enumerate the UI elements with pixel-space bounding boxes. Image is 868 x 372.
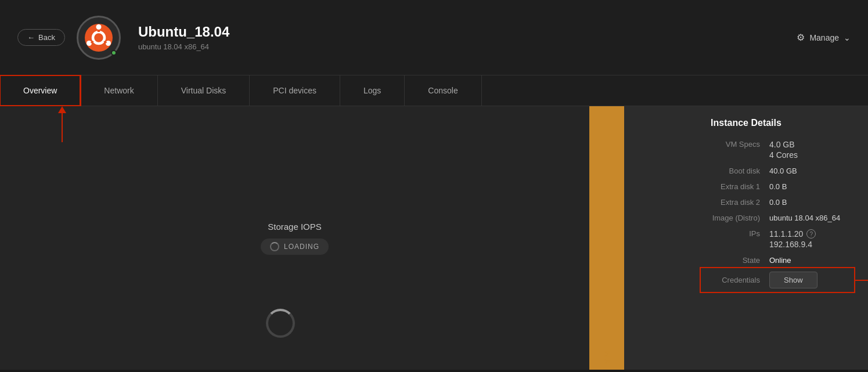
instance-details-title: Instance Details bbox=[642, 118, 851, 128]
state-value: Online bbox=[769, 256, 851, 265]
ip-info-icon[interactable]: ? bbox=[806, 229, 816, 239]
back-label: Back bbox=[38, 33, 55, 42]
vm-bar: VM bbox=[589, 106, 624, 370]
ips-value: 11.1.1.20 ? 192.168.9.4 bbox=[769, 229, 851, 249]
svg-point-3 bbox=[87, 41, 92, 46]
extra-disk2-label: Extra disk 2 bbox=[696, 198, 760, 207]
loading-badge: LOADING bbox=[261, 239, 329, 255]
back-button[interactable]: ← Back bbox=[17, 29, 65, 46]
tab-pci-devices[interactable]: PCI devices bbox=[250, 75, 340, 106]
show-arrow-annotation bbox=[854, 276, 868, 284]
vm-specs-value: 4.0 GB 4 Cores bbox=[769, 140, 851, 160]
image-distro-label: Image (Distro) bbox=[696, 214, 760, 222]
vm-subtitle: ubuntu 18.04 x86_64 bbox=[138, 42, 229, 51]
ips-label: IPs bbox=[696, 229, 760, 238]
gear-icon: ⚙ bbox=[797, 32, 805, 43]
svg-point-2 bbox=[96, 24, 101, 30]
details-panel: Instance Details VM Specs 4.0 GB 4 Cores… bbox=[624, 106, 868, 370]
manage-button[interactable]: ⚙ Manage ⌄ bbox=[797, 32, 851, 43]
extra-disk2-value: 0.0 B bbox=[769, 198, 851, 207]
credentials-row: Credentials Show bbox=[642, 272, 851, 288]
svg-line-6 bbox=[91, 41, 93, 42]
chevron-down-icon: ⌄ bbox=[844, 33, 851, 42]
ip1-row: 11.1.1.20 ? bbox=[769, 229, 851, 239]
extra-disk1-label: Extra disk 1 bbox=[696, 182, 760, 191]
svg-line-7 bbox=[104, 41, 106, 42]
chart-title: Storage IOPS bbox=[268, 222, 322, 232]
ips-row: IPs 11.1.1.20 ? 192.168.9.4 bbox=[642, 229, 851, 249]
tab-network[interactable]: Network bbox=[81, 75, 157, 106]
tab-logs[interactable]: Logs bbox=[340, 75, 405, 106]
state-label: State bbox=[696, 256, 760, 265]
boot-disk-label: Boot disk bbox=[696, 167, 760, 175]
svg-point-4 bbox=[106, 41, 111, 46]
tab-console[interactable]: Console bbox=[405, 75, 481, 106]
loading-spinner-large-icon bbox=[266, 309, 295, 338]
tab-overview[interactable]: Overview bbox=[0, 75, 81, 106]
tab-virtual-disks[interactable]: Virtual Disks bbox=[158, 75, 250, 106]
vm-icon bbox=[77, 16, 121, 60]
boot-disk-value: 40.0 GB bbox=[769, 167, 851, 175]
main-content: Storage IOPS LOADING VM Instance Details… bbox=[0, 106, 868, 370]
vm-specs-row: VM Specs 4.0 GB 4 Cores bbox=[642, 140, 851, 160]
ip1-value: 11.1.1.20 bbox=[769, 229, 803, 239]
boot-disk-row: Boot disk 40.0 GB bbox=[642, 167, 851, 175]
extra-disk1-row: Extra disk 1 0.0 B bbox=[642, 182, 851, 191]
arrow-line-h bbox=[855, 280, 868, 281]
loading-spinner-small-icon bbox=[270, 242, 279, 251]
credentials-box: Show bbox=[769, 272, 851, 288]
chart-panel: Storage IOPS LOADING bbox=[0, 106, 589, 370]
vm-specs-gb: 4.0 GB bbox=[769, 140, 851, 149]
state-row: State Online bbox=[642, 256, 851, 265]
show-credentials-button[interactable]: Show bbox=[769, 272, 817, 288]
ip2-value: 192.168.9.4 bbox=[769, 240, 851, 249]
extra-disk2-row: Extra disk 2 0.0 B bbox=[642, 198, 851, 207]
vm-title-block: Ubuntu_18.04 ubuntu 18.04 x86_64 bbox=[138, 24, 229, 51]
image-distro-row: Image (Distro) ubuntu 18.04 x86_64 bbox=[642, 214, 851, 222]
tab-bar: Overview Network Virtual Disks PCI devic… bbox=[0, 75, 868, 106]
vm-bar-label: VM bbox=[603, 349, 611, 364]
up-arrow-annotation bbox=[58, 106, 66, 113]
credentials-label: Credentials bbox=[696, 276, 760, 284]
arrow-line-annotation bbox=[62, 113, 63, 142]
manage-label: Manage bbox=[809, 33, 839, 42]
loading-label: LOADING bbox=[284, 243, 319, 251]
header: ← Back Ubuntu_18.04 ubuntu 18.04 x86_64 … bbox=[0, 0, 868, 75]
vm-specs-cores: 4 Cores bbox=[769, 150, 851, 160]
online-status-dot bbox=[111, 50, 117, 56]
extra-disk1-value: 0.0 B bbox=[769, 182, 851, 191]
vm-specs-label: VM Specs bbox=[696, 140, 760, 149]
vm-name: Ubuntu_18.04 bbox=[138, 24, 229, 40]
back-arrow-icon: ← bbox=[27, 33, 35, 42]
image-distro-value: ubuntu 18.04 x86_64 bbox=[769, 214, 851, 222]
ubuntu-logo-icon bbox=[84, 23, 113, 52]
